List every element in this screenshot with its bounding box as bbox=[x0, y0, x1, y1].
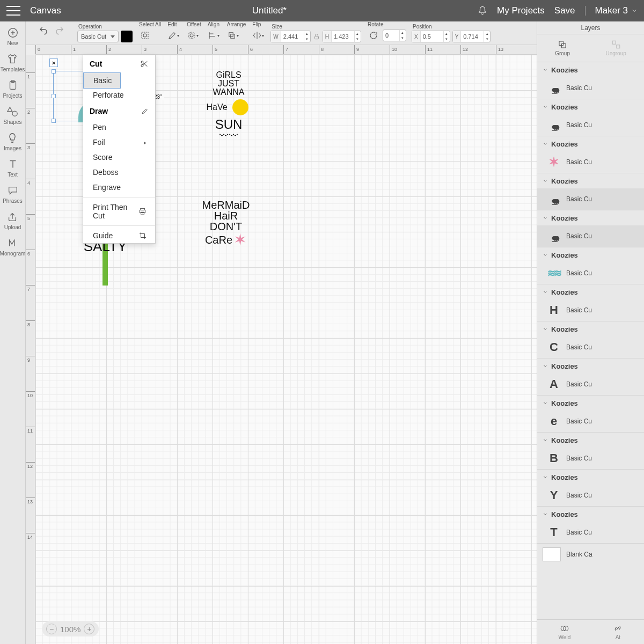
layer-group-header[interactable]: Koozies bbox=[537, 210, 644, 225]
select-all-button[interactable] bbox=[138, 28, 152, 42]
rail-templates[interactable]: Templates bbox=[1, 53, 25, 72]
rail-text[interactable]: Text bbox=[7, 158, 19, 178]
rail-new[interactable]: New bbox=[7, 27, 19, 46]
group-button[interactable]: Group bbox=[555, 40, 570, 56]
rail-phrases[interactable]: Phrases bbox=[3, 185, 23, 204]
position-y-field[interactable]: Y0.714▴▾ bbox=[452, 31, 491, 42]
layer-group-header[interactable]: Koozies bbox=[537, 321, 644, 336]
arrange-button[interactable]: ▾ bbox=[226, 28, 240, 42]
layer-group-header[interactable]: Koozies bbox=[537, 99, 644, 114]
op-pen[interactable]: Pen bbox=[83, 120, 155, 135]
layer-group-header[interactable]: Koozies bbox=[537, 433, 644, 448]
divider bbox=[585, 6, 586, 16]
rail-projects[interactable]: Projects bbox=[3, 79, 22, 99]
document-title[interactable]: Untitled* bbox=[71, 5, 468, 16]
rail-shapes[interactable]: Shapes bbox=[4, 106, 22, 125]
op-perforate[interactable]: Perforate bbox=[83, 87, 155, 103]
design-mermaid[interactable]: MeRMaiD HaiR DON'T CaRe ✶ bbox=[186, 200, 266, 248]
crop-icon bbox=[139, 232, 147, 239]
redo-button[interactable] bbox=[55, 26, 64, 35]
layer-group-header[interactable]: Koozies bbox=[537, 396, 644, 411]
layer-group-header[interactable]: Koozies bbox=[537, 507, 644, 522]
my-projects-link[interactable]: My Projects bbox=[497, 5, 545, 16]
layers-tab[interactable]: Layers bbox=[537, 21, 644, 34]
layer-row[interactable]: ≋≋Basic Cu bbox=[537, 262, 644, 284]
rotate-field[interactable]: 0▴▾ bbox=[383, 30, 406, 41]
op-score[interactable]: Score bbox=[83, 150, 155, 165]
layer-row[interactable]: CBasic Cu bbox=[537, 336, 644, 358]
layer-row[interactable]: ABasic Cu bbox=[537, 374, 644, 395]
layer-row[interactable]: eBasic Cu bbox=[537, 411, 644, 432]
height-field[interactable]: H1.423▴▾ bbox=[323, 31, 361, 42]
op-engrave[interactable]: Engrave bbox=[83, 180, 155, 195]
layer-thumb: B bbox=[547, 451, 561, 465]
menu-button[interactable] bbox=[6, 6, 20, 16]
layer-group-header[interactable]: Koozies bbox=[537, 62, 644, 77]
layer-group-header[interactable]: Koozies bbox=[537, 358, 644, 374]
layer-row[interactable]: ❟❟❟Basic Cu bbox=[537, 225, 644, 247]
app-title: Canvas bbox=[30, 5, 61, 16]
rail-images[interactable]: Images bbox=[4, 132, 21, 151]
layer-row[interactable]: ❟❟❟Basic Cu bbox=[537, 77, 644, 99]
rail-monogram[interactable]: Monogram bbox=[0, 237, 25, 257]
svg-rect-16 bbox=[559, 41, 564, 46]
flip-button[interactable]: ▾ bbox=[251, 28, 265, 42]
handle[interactable] bbox=[52, 94, 56, 98]
undo-button[interactable] bbox=[39, 26, 48, 35]
op-basic[interactable]: Basic bbox=[83, 72, 121, 89]
layer-row[interactable]: ❟❟❟Basic Cu bbox=[537, 188, 644, 210]
save-button[interactable]: Save bbox=[554, 5, 575, 16]
chevron-down-icon bbox=[543, 252, 548, 258]
zoom-in-button[interactable]: + bbox=[84, 624, 94, 634]
group-icon bbox=[558, 40, 567, 49]
operation-select[interactable]: Basic Cut bbox=[77, 31, 119, 42]
op-deboss[interactable]: Deboss bbox=[83, 165, 155, 180]
layer-list[interactable]: Koozies❟❟❟Basic CuKoozies❟❟❟Basic CuKooz… bbox=[537, 62, 644, 619]
delete-handle[interactable]: ✕ bbox=[49, 58, 58, 67]
layer-group-header[interactable]: Koozies bbox=[537, 470, 644, 485]
weld-button[interactable]: Weld bbox=[559, 624, 571, 640]
layer-group-header[interactable]: Koozies bbox=[537, 136, 644, 151]
layer-row[interactable]: TBasic Cu bbox=[537, 522, 644, 543]
rotate-button[interactable] bbox=[367, 28, 380, 42]
offset-button[interactable]: ▾ bbox=[186, 28, 200, 42]
svg-rect-17 bbox=[562, 44, 566, 48]
starfish-icon: ✶ bbox=[233, 232, 247, 248]
svg-point-3 bbox=[12, 111, 17, 116]
machine-selector[interactable]: Maker 3 bbox=[595, 5, 638, 16]
handle[interactable] bbox=[52, 119, 56, 123]
shapes-icon bbox=[6, 106, 18, 118]
attach-button[interactable]: At bbox=[613, 624, 623, 640]
chevron-down-icon bbox=[543, 141, 548, 147]
ungroup-button[interactable]: Ungroup bbox=[605, 40, 626, 56]
zoom-out-button[interactable]: − bbox=[46, 624, 57, 634]
layer-group-header[interactable]: Koozies bbox=[537, 173, 644, 188]
op-print-then-cut[interactable]: Print Then Cut bbox=[83, 200, 155, 223]
chevron-down-icon bbox=[631, 8, 638, 14]
layer-row[interactable]: BBasic Cu bbox=[537, 448, 644, 469]
layer-group-header[interactable]: Koozies bbox=[537, 284, 644, 299]
notifications-icon[interactable] bbox=[478, 6, 487, 16]
layer-group-header[interactable]: Koozies bbox=[537, 247, 644, 262]
blank-canvas-row[interactable]: Blank Ca bbox=[537, 544, 644, 565]
edit-button[interactable]: ▾ bbox=[166, 28, 180, 42]
layer-row[interactable]: HBasic Cu bbox=[537, 299, 644, 321]
position-x-field[interactable]: X0.5▴▾ bbox=[412, 31, 450, 42]
design-girls-sun[interactable]: GiRLS JUST WANNA HaVe SUN 〰〰 bbox=[191, 71, 266, 141]
layer-row[interactable]: ✶Basic Cu bbox=[537, 151, 644, 173]
material-color-swatch[interactable] bbox=[121, 31, 133, 42]
svg-rect-19 bbox=[616, 45, 619, 48]
op-guide[interactable]: Guide bbox=[83, 228, 155, 243]
upload-icon bbox=[6, 211, 18, 223]
rail-upload[interactable]: Upload bbox=[4, 211, 21, 230]
op-foil[interactable]: Foil▸ bbox=[83, 135, 155, 150]
operation-group: Operation Basic Cut bbox=[77, 24, 133, 42]
lock-aspect-icon[interactable] bbox=[313, 33, 320, 40]
align-icon bbox=[208, 31, 217, 40]
svg-point-7 bbox=[188, 32, 195, 39]
layer-row[interactable]: ❟❟❟Basic Cu bbox=[537, 114, 644, 136]
layer-row[interactable]: YBasic Cu bbox=[537, 485, 644, 506]
width-field[interactable]: W2.441▴▾ bbox=[270, 31, 310, 42]
handle[interactable] bbox=[52, 69, 56, 74]
align-button[interactable]: ▾ bbox=[207, 28, 221, 42]
